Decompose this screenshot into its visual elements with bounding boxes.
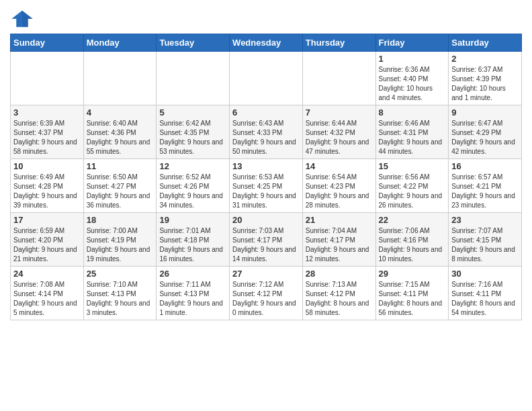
day-number: 5 [159, 107, 226, 118]
calendar-cell [157, 52, 230, 105]
calendar-cell: 11Sunrise: 6:50 AMSunset: 4:27 PMDayligh… [83, 159, 157, 213]
day-info: Sunrise: 6:46 AMSunset: 4:31 PMDaylight:… [379, 119, 446, 156]
day-number: 6 [232, 107, 300, 118]
calendar-cell: 29Sunrise: 7:15 AMSunset: 4:11 PMDayligh… [375, 267, 449, 320]
calendar-cell [302, 52, 375, 105]
day-number: 30 [451, 269, 519, 279]
day-number: 18 [87, 215, 154, 225]
day-info: Sunrise: 6:39 AMSunset: 4:37 PMDaylight:… [13, 119, 81, 156]
calendar-cell [11, 52, 84, 105]
calendar-cell: 4Sunrise: 6:40 AMSunset: 4:36 PMDaylight… [83, 105, 157, 159]
day-number: 1 [379, 54, 446, 64]
day-number: 22 [379, 215, 446, 225]
day-header-saturday: Saturday [449, 34, 522, 52]
calendar-cell: 27Sunrise: 7:12 AMSunset: 4:12 PMDayligh… [230, 267, 303, 320]
day-number: 16 [451, 161, 519, 171]
day-number: 25 [87, 269, 154, 279]
day-info: Sunrise: 6:43 AMSunset: 4:33 PMDaylight:… [232, 119, 300, 156]
day-info: Sunrise: 7:04 AMSunset: 4:17 PMDaylight:… [306, 226, 373, 264]
week-row-3: 17Sunrise: 6:59 AMSunset: 4:20 PMDayligh… [11, 213, 522, 267]
day-header-monday: Monday [83, 34, 157, 52]
calendar-cell: 13Sunrise: 6:53 AMSunset: 4:25 PMDayligh… [230, 159, 303, 213]
header [10, 7, 522, 28]
day-info: Sunrise: 6:37 AMSunset: 4:39 PMDaylight:… [451, 65, 519, 103]
calendar-cell: 9Sunrise: 6:47 AMSunset: 4:29 PMDaylight… [449, 105, 522, 159]
calendar-cell: 15Sunrise: 6:56 AMSunset: 4:22 PMDayligh… [375, 159, 449, 213]
day-header-tuesday: Tuesday [157, 34, 230, 52]
logo-icon [10, 9, 34, 28]
day-info: Sunrise: 6:52 AMSunset: 4:26 PMDaylight:… [159, 173, 226, 210]
day-number: 7 [306, 107, 373, 118]
day-info: Sunrise: 6:40 AMSunset: 4:36 PMDaylight:… [87, 119, 154, 156]
day-info: Sunrise: 7:13 AMSunset: 4:12 PMDaylight:… [306, 280, 373, 318]
day-number: 23 [451, 215, 519, 225]
calendar-cell: 5Sunrise: 6:42 AMSunset: 4:35 PMDaylight… [157, 105, 230, 159]
day-info: Sunrise: 7:12 AMSunset: 4:12 PMDaylight:… [232, 280, 300, 318]
calendar-cell: 16Sunrise: 6:57 AMSunset: 4:21 PMDayligh… [449, 159, 522, 213]
day-header-wednesday: Wednesday [230, 34, 303, 52]
day-number: 15 [379, 161, 446, 171]
calendar-cell: 22Sunrise: 7:06 AMSunset: 4:16 PMDayligh… [375, 213, 449, 267]
day-info: Sunrise: 7:15 AMSunset: 4:11 PMDaylight:… [379, 280, 446, 318]
week-row-1: 3Sunrise: 6:39 AMSunset: 4:37 PMDaylight… [11, 105, 522, 159]
day-number: 2 [451, 54, 519, 64]
day-number: 10 [13, 161, 81, 171]
calendar-cell: 12Sunrise: 6:52 AMSunset: 4:26 PMDayligh… [157, 159, 230, 213]
calendar-cell [230, 52, 303, 105]
week-row-2: 10Sunrise: 6:49 AMSunset: 4:28 PMDayligh… [11, 159, 522, 213]
calendar-cell: 8Sunrise: 6:46 AMSunset: 4:31 PMDaylight… [375, 105, 449, 159]
calendar-cell: 1Sunrise: 6:36 AMSunset: 4:40 PMDaylight… [375, 52, 449, 105]
calendar-cell: 7Sunrise: 6:44 AMSunset: 4:32 PMDaylight… [302, 105, 375, 159]
calendar-cell: 3Sunrise: 6:39 AMSunset: 4:37 PMDaylight… [11, 105, 84, 159]
calendar-cell: 20Sunrise: 7:03 AMSunset: 4:17 PMDayligh… [230, 213, 303, 267]
calendar-cell: 26Sunrise: 7:11 AMSunset: 4:13 PMDayligh… [157, 267, 230, 320]
day-info: Sunrise: 7:16 AMSunset: 4:11 PMDaylight:… [451, 280, 519, 318]
day-number: 19 [159, 215, 226, 225]
day-number: 8 [379, 107, 446, 118]
day-info: Sunrise: 7:11 AMSunset: 4:13 PMDaylight:… [159, 280, 226, 318]
calendar-cell: 14Sunrise: 6:54 AMSunset: 4:23 PMDayligh… [302, 159, 375, 213]
day-number: 20 [232, 215, 300, 225]
day-info: Sunrise: 7:03 AMSunset: 4:17 PMDaylight:… [232, 226, 300, 264]
day-number: 26 [159, 269, 226, 279]
day-header-sunday: Sunday [11, 34, 84, 52]
day-number: 4 [87, 107, 154, 118]
day-info: Sunrise: 6:50 AMSunset: 4:27 PMDaylight:… [87, 173, 154, 210]
calendar-header-row: SundayMondayTuesdayWednesdayThursdayFrid… [11, 34, 522, 52]
calendar-cell: 21Sunrise: 7:04 AMSunset: 4:17 PMDayligh… [302, 213, 375, 267]
calendar-cell: 24Sunrise: 7:08 AMSunset: 4:14 PMDayligh… [11, 267, 84, 320]
calendar-cell: 17Sunrise: 6:59 AMSunset: 4:20 PMDayligh… [11, 213, 84, 267]
day-info: Sunrise: 6:44 AMSunset: 4:32 PMDaylight:… [306, 119, 373, 156]
page-container: SundayMondayTuesdayWednesdayThursdayFrid… [0, 0, 532, 327]
day-info: Sunrise: 7:00 AMSunset: 4:19 PMDaylight:… [87, 226, 154, 264]
day-info: Sunrise: 6:59 AMSunset: 4:20 PMDaylight:… [13, 226, 81, 264]
svg-marker-1 [22, 11, 33, 28]
calendar-cell: 30Sunrise: 7:16 AMSunset: 4:11 PMDayligh… [449, 267, 522, 320]
day-header-thursday: Thursday [302, 34, 375, 52]
day-info: Sunrise: 7:01 AMSunset: 4:18 PMDaylight:… [159, 226, 226, 264]
calendar-cell [83, 52, 157, 105]
day-info: Sunrise: 6:54 AMSunset: 4:23 PMDaylight:… [306, 173, 373, 210]
day-info: Sunrise: 6:36 AMSunset: 4:40 PMDaylight:… [379, 65, 446, 103]
calendar-cell: 18Sunrise: 7:00 AMSunset: 4:19 PMDayligh… [83, 213, 157, 267]
calendar-cell: 25Sunrise: 7:10 AMSunset: 4:13 PMDayligh… [83, 267, 157, 320]
calendar-cell: 19Sunrise: 7:01 AMSunset: 4:18 PMDayligh… [157, 213, 230, 267]
calendar-table: SundayMondayTuesdayWednesdayThursdayFrid… [10, 34, 522, 320]
logo [10, 9, 37, 28]
calendar-cell: 10Sunrise: 6:49 AMSunset: 4:28 PMDayligh… [11, 159, 84, 213]
day-info: Sunrise: 7:07 AMSunset: 4:15 PMDaylight:… [451, 226, 519, 264]
day-number: 3 [13, 107, 81, 118]
day-number: 17 [13, 215, 81, 225]
day-number: 29 [379, 269, 446, 279]
day-info: Sunrise: 6:42 AMSunset: 4:35 PMDaylight:… [159, 119, 226, 156]
day-header-friday: Friday [375, 34, 449, 52]
day-info: Sunrise: 6:47 AMSunset: 4:29 PMDaylight:… [451, 119, 519, 156]
day-number: 11 [87, 161, 154, 171]
day-number: 14 [306, 161, 373, 171]
day-info: Sunrise: 7:10 AMSunset: 4:13 PMDaylight:… [87, 280, 154, 318]
day-number: 27 [232, 269, 300, 279]
day-number: 24 [13, 269, 81, 279]
day-number: 13 [232, 161, 300, 171]
calendar-cell: 2Sunrise: 6:37 AMSunset: 4:39 PMDaylight… [449, 52, 522, 105]
day-info: Sunrise: 6:49 AMSunset: 4:28 PMDaylight:… [13, 173, 81, 210]
